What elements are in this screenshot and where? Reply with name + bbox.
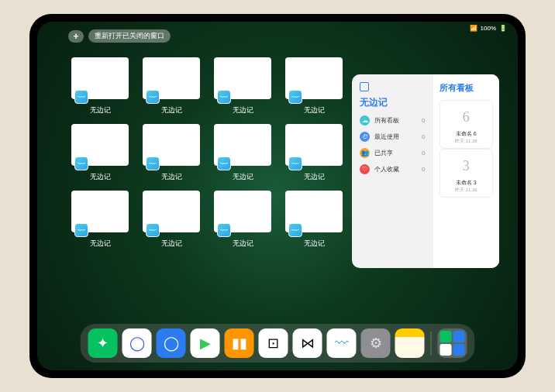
tile-preview: 〰 [214,191,271,232]
panel-item-label: 已共享 [374,149,393,157]
freeform-app-icon: 〰 [74,90,88,104]
board-timestamp: 昨天 11:26 [455,187,477,194]
window-tile[interactable]: 〰无边记 [71,191,129,249]
boards-title: 所有看板 [440,82,494,94]
panel-boards: 所有看板 6未命名 6昨天 11:283未命名 3昨天 11:26 [433,74,500,268]
tile-preview: 〰 [214,57,271,99]
board-label: 未命名 6 [456,130,477,138]
window-tile[interactable]: 〰无边记 [71,124,129,183]
battery-icon: 🔋 [499,25,507,32]
tile-preview: 〰 [71,57,129,99]
dock-app-notes[interactable] [395,328,425,358]
signal-icon: 📶 [470,25,477,32]
freeform-app-icon: 〰 [146,156,160,170]
panel-navigation: 无边记 ☁所有看板0⏱最近使用0👥已共享0♡个人收藏0 [352,74,433,268]
tile-label: 无边记 [304,172,325,182]
tile-label: 无边记 [161,172,182,182]
panel-item-label: 最近使用 [374,132,399,141]
tile-label: 无边记 [233,105,253,115]
panel-item-count: 0 [422,166,425,173]
window-tile[interactable]: 〰无边记 [285,124,343,183]
tile-label: 无边记 [161,105,182,115]
tile-preview: 〰 [143,191,200,232]
panel-item[interactable]: ☁所有看板0 [360,115,426,126]
dock-separator [431,332,432,355]
tile-label: 无边记 [90,105,111,115]
window-grid: 〰无边记〰无边记〰无边记〰无边记〰无边记〰无边记〰无边记〰无边记〰无边记〰无边记… [71,57,343,249]
panel-item[interactable]: 👥已共享0 [360,148,426,158]
new-window-button[interactable]: + [68,30,84,43]
tile-preview: 〰 [71,124,129,166]
panel-item-count: 0 [422,117,425,124]
window-tile[interactable]: 〰无边记 [285,57,343,116]
tile-label: 无边记 [90,172,111,182]
reopen-closed-window-button[interactable]: 重新打开已关闭的窗口 [88,29,171,43]
tile-preview: 〰 [143,57,200,99]
category-icon: ♡ [360,164,370,174]
panel-item[interactable]: ⏱最近使用0 [360,132,426,142]
tile-preview: 〰 [71,191,129,232]
window-tile[interactable]: 〰无边记 [214,191,271,249]
battery-label: 100% [481,25,496,32]
dock-app-connect[interactable]: ⋈ [293,328,322,358]
window-tile[interactable]: 〰无边记 [214,124,271,183]
tile-preview: 〰 [285,124,343,166]
panel-item-count: 0 [422,150,425,156]
freeform-app-icon: 〰 [217,90,231,104]
tile-label: 无边记 [90,239,111,249]
dock-app-play[interactable]: ▶ [191,328,220,358]
board-thumbnail: 6 [450,104,481,130]
tile-label: 无边记 [161,239,182,249]
tile-label: 无边记 [233,239,253,249]
freeform-app-icon: 〰 [217,156,231,170]
panel-title: 无边记 [360,96,426,109]
window-tile[interactable]: 〰无边记 [285,191,343,249]
panel-item-count: 0 [422,133,425,140]
dock-app-wechat[interactable]: ✦ [88,328,118,358]
dock-app-library[interactable] [438,328,467,358]
window-tile[interactable]: 〰无边记 [71,57,129,116]
category-icon: ⏱ [360,132,370,142]
category-icon: 👥 [360,148,370,158]
window-tile[interactable]: 〰无边记 [143,191,200,249]
freeform-app-icon: 〰 [74,156,88,170]
tile-preview: 〰 [285,57,343,99]
dock: ✦◯◯▶▮▮⊡⋈〰⚙ [81,324,475,363]
tile-preview: 〰 [214,124,271,166]
dock-app-dice[interactable]: ⊡ [259,328,288,358]
freeform-app-icon: 〰 [217,223,231,237]
freeform-app-icon: 〰 [146,223,160,237]
ipad-frame: 📶 100% 🔋 + 重新打开已关闭的窗口 〰无边记〰无边记〰无边记〰无边记〰无… [29,14,526,378]
dock-app-settings[interactable]: ⚙ [361,328,391,358]
board-card[interactable]: 6未命名 6昨天 11:28 [440,100,494,149]
top-controls: + 重新打开已关闭的窗口 [68,29,171,43]
sidebar-panel: ••• 无边记 ☁所有看板0⏱最近使用0👥已共享0♡个人收藏0 所有看板 6未命… [352,74,499,268]
panel-item-label: 所有看板 [374,116,399,125]
panel-item[interactable]: ♡个人收藏0 [360,164,426,174]
board-card[interactable]: 3未命名 3昨天 11:26 [440,149,494,198]
tile-preview: 〰 [143,124,200,166]
tile-label: 无边记 [304,105,325,115]
board-timestamp: 昨天 11:28 [455,138,477,145]
tile-label: 无边记 [233,172,253,182]
panel-item-label: 个人收藏 [374,165,399,174]
freeform-app-icon: 〰 [288,90,302,104]
screen: 📶 100% 🔋 + 重新打开已关闭的窗口 〰无边记〰无边记〰无边记〰无边记〰无… [37,22,518,370]
freeform-app-icon: 〰 [288,156,302,170]
board-label: 未命名 3 [456,179,477,187]
freeform-app-icon: 〰 [74,223,88,237]
dock-app-quark[interactable]: ◯ [122,328,152,358]
window-tile[interactable]: 〰无边记 [143,57,200,116]
sidebar-icon [360,82,369,91]
freeform-app-icon: 〰 [288,223,302,237]
tile-label: 无边记 [304,239,325,249]
tile-preview: 〰 [285,191,343,232]
freeform-app-icon: 〰 [146,90,160,104]
dock-app-freeform[interactable]: 〰 [327,328,357,358]
dock-app-books[interactable]: ▮▮ [225,328,254,358]
window-tile[interactable]: 〰无边记 [143,124,200,183]
dock-app-qqbrowser[interactable]: ◯ [157,328,186,358]
status-bar: 📶 100% 🔋 [470,25,507,32]
window-tile[interactable]: 〰无边记 [214,57,271,116]
board-thumbnail: 3 [450,153,481,179]
